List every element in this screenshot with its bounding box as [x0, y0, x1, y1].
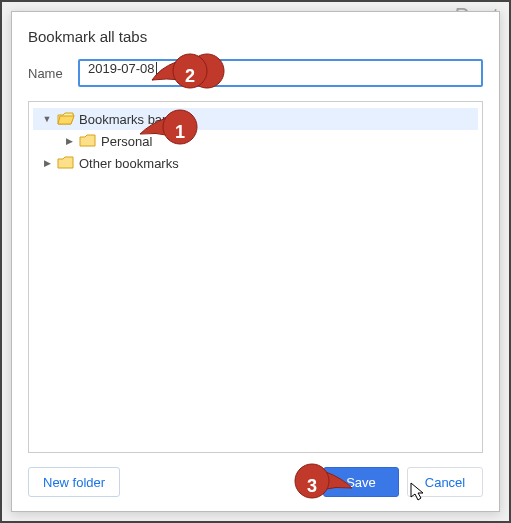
tree-item-label: Bookmarks bar [79, 112, 166, 127]
folder-open-icon [57, 112, 75, 126]
tree-item-label: Other bookmarks [79, 156, 179, 171]
name-label: Name [28, 66, 68, 81]
folder-tree[interactable]: ▼ Bookmarks bar ▶ Personal [28, 101, 483, 453]
text-caret [156, 62, 157, 78]
folder-icon [57, 156, 75, 170]
save-button[interactable]: Save [323, 467, 399, 497]
tree-item-personal[interactable]: ▶ Personal [33, 130, 478, 152]
new-folder-button[interactable]: New folder [28, 467, 120, 497]
expand-right-icon[interactable]: ▶ [41, 158, 53, 168]
expand-right-icon[interactable]: ▶ [63, 136, 75, 146]
screenshot-frame: groovyPost Bookmark all tabs Name 2019-0… [0, 0, 511, 523]
tree-item-other-bookmarks[interactable]: ▶ Other bookmarks [33, 152, 478, 174]
expand-down-icon[interactable]: ▼ [41, 114, 53, 124]
tree-item-bookmarks-bar[interactable]: ▼ Bookmarks bar [33, 108, 478, 130]
folder-icon [79, 134, 97, 148]
name-input-value: 2019-07-08 [88, 61, 155, 76]
cancel-button[interactable]: Cancel [407, 467, 483, 497]
bookmark-all-tabs-dialog: Bookmark all tabs Name 2019-07-08 ▼ Book… [11, 11, 500, 512]
dialog-button-row: New folder Save Cancel [28, 467, 483, 497]
tree-item-label: Personal [101, 134, 152, 149]
name-input[interactable]: 2019-07-08 [78, 59, 483, 87]
dialog-title: Bookmark all tabs [28, 28, 483, 45]
name-row: Name 2019-07-08 [28, 59, 483, 87]
